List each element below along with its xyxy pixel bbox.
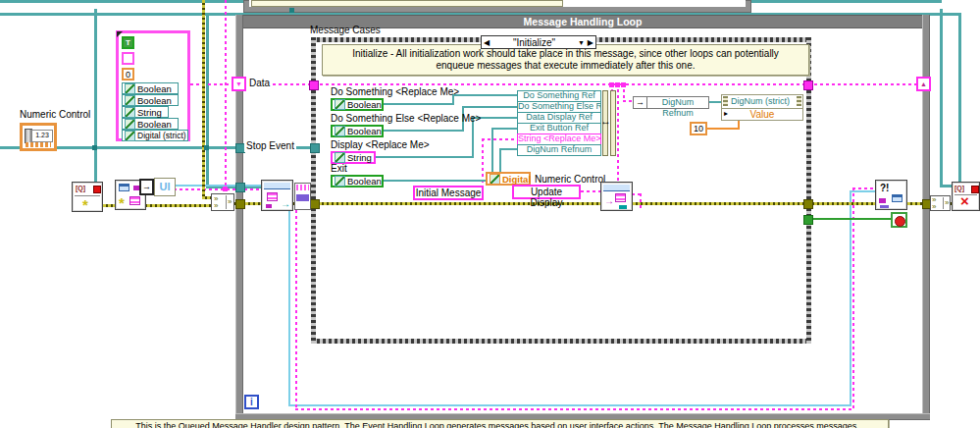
- boolean-ref-constant[interactable]: Boolean: [331, 125, 384, 137]
- release-queues-vi[interactable]: [Q] ×: [952, 182, 980, 211]
- ctlref-wire: [384, 130, 464, 132]
- wire-junction: [615, 82, 620, 87]
- arrow-right-icon: →: [142, 182, 151, 191]
- check-glyph: ?!: [880, 183, 889, 193]
- loop-condition-terminal[interactable]: [891, 212, 907, 228]
- wire-junction: [223, 187, 228, 191]
- data-tunnel[interactable]: [803, 80, 813, 90]
- numeric-constant-10[interactable]: 10: [690, 122, 707, 135]
- dequeue-message-vi[interactable]: →: [261, 180, 293, 211]
- bundle-row[interactable]: DigNum Refnum: [517, 144, 601, 156]
- iteration-terminal[interactable]: i: [244, 395, 259, 409]
- numeric-wire: [738, 120, 740, 130]
- case-selector-value[interactable]: "Initialize": [491, 37, 577, 48]
- chevron-down-icon[interactable]: ▼: [577, 39, 586, 46]
- boolean-ref-constant[interactable]: Boolean: [331, 175, 384, 187]
- error-tunnel[interactable]: [235, 199, 245, 209]
- numeric-constant[interactable]: 0: [122, 68, 134, 80]
- data-wire: [617, 83, 619, 182]
- queue-name-constant[interactable]: UI: [154, 178, 176, 196]
- stop-icon: [895, 216, 905, 227]
- refnum-tunnel[interactable]: [310, 143, 320, 153]
- queue-name-arrow[interactable]: →: [139, 179, 154, 195]
- ctl-refnum-constant[interactable]: String: [122, 106, 169, 118]
- window-icon: [892, 194, 903, 202]
- queue-wire: [295, 408, 854, 410]
- message-unbundle-node[interactable]: [294, 183, 311, 210]
- bottom-comment[interactable]: This is the Queued Message Handler desig…: [111, 419, 889, 428]
- initial-message-constant[interactable]: Initial Message: [413, 186, 484, 200]
- digital-terminal[interactable]: Digital: [486, 172, 531, 186]
- window-icon: [119, 184, 129, 191]
- ctl-refnum-constant[interactable]: Boolean: [122, 82, 179, 94]
- ctlref-wire: [452, 94, 517, 96]
- case-next-icon[interactable]: ▶: [586, 38, 595, 47]
- data-wire-label[interactable]: Data: [247, 78, 272, 89]
- check-loop-error-vi[interactable]: ?!: [875, 180, 907, 210]
- control-label: Do Something Else <Replace Me>: [329, 113, 483, 125]
- loop-left-border[interactable]: [235, 15, 243, 420]
- true-constant[interactable]: T: [122, 36, 134, 49]
- pin-icon: [879, 198, 886, 203]
- numeric-wire: [706, 128, 740, 130]
- queue-wire: [295, 210, 297, 410]
- ctl-refnum-icon: [125, 95, 135, 106]
- wire-junction: [289, 8, 294, 13]
- merge-errors-node[interactable]: » » »: [930, 195, 951, 211]
- ctl-refnum-icon: [335, 99, 345, 110]
- ctl-refnum-constant[interactable]: Boolean: [122, 94, 179, 106]
- ctl-refnum-icon: [335, 152, 345, 163]
- ctl-refnum-constant[interactable]: Digital (strict): [122, 130, 188, 141]
- create-queues-vi[interactable]: [Q] *: [72, 182, 103, 212]
- string-wire: [581, 190, 602, 192]
- ctlref-wire: [491, 128, 517, 130]
- string-wire: [482, 138, 519, 140]
- value-arrow-icon: ▸: [724, 108, 728, 120]
- close-icon: ×: [960, 193, 969, 208]
- ctlref-wire: [462, 106, 517, 108]
- pin-icon: [880, 205, 889, 208]
- loop-right-border[interactable]: [922, 15, 930, 420]
- error-tunnel[interactable]: [310, 199, 320, 209]
- ctl-refnum-constant[interactable]: Boolean: [122, 118, 179, 130]
- block-diagram: Message Handling Loop Message Cases Init…: [0, 0, 980, 428]
- update-display-constant[interactable]: Update Display: [512, 185, 581, 199]
- error-tunnel[interactable]: [803, 199, 813, 209]
- enqueue-arrow-icon: →: [604, 195, 614, 206]
- shift-register-right[interactable]: ▲: [916, 77, 931, 91]
- dequeue-arrow-icon: →: [281, 198, 290, 209]
- case-selector[interactable]: ◀ "Initialize" ▼ ▶: [481, 35, 596, 49]
- refnum-tunnel[interactable]: [235, 183, 245, 192]
- wire-junction: [609, 82, 614, 87]
- queue-tag-icon: [Q]: [954, 185, 964, 191]
- ctl-refnum-icon: [490, 174, 500, 185]
- property-value-label[interactable]: Value: [722, 108, 802, 121]
- enqueue-message-vi[interactable]: →: [600, 182, 633, 211]
- refnum-wire: [958, 13, 961, 182]
- stop-event-wire-label[interactable]: Stop Event: [244, 140, 296, 152]
- ctl-refnum-icon: [335, 126, 345, 136]
- case-bottom-border[interactable]: [311, 339, 811, 344]
- boolean-ref-constant[interactable]: Boolean: [331, 98, 384, 111]
- ctl-refnum-icon: [125, 107, 135, 118]
- ctlref-wire: [384, 180, 493, 182]
- error-wire: [211, 202, 980, 205]
- merge-errors-node[interactable]: » » »: [211, 193, 234, 211]
- shift-register-left[interactable]: ▼: [232, 77, 246, 91]
- cluster-constant[interactable]: T 0 Boolean Boolean String Boolean Digit…: [116, 30, 190, 141]
- refnum-wire: [940, 9, 943, 187]
- numeric-display: 1.23: [35, 132, 49, 138]
- node-glyph: [797, 96, 801, 106]
- data-tunnel[interactable]: [309, 80, 319, 90]
- queue-icon: [129, 196, 140, 205]
- property-node[interactable]: DigNum (strict) ▸ Value: [721, 94, 803, 121]
- numeric-control-label: Numeric Control: [18, 109, 92, 121]
- queue-wire: [852, 187, 875, 189]
- notifier-wire: [288, 185, 290, 406]
- string-constant-empty[interactable]: [122, 52, 134, 65]
- unbundle-dignum-node[interactable]: → DigNum Refnum: [633, 96, 709, 109]
- numeric-control-terminal[interactable]: 1.23: [20, 123, 57, 151]
- boolean-tunnel[interactable]: [803, 215, 813, 225]
- case-prev-icon[interactable]: ◀: [482, 38, 491, 47]
- ctlref-wire: [376, 156, 474, 158]
